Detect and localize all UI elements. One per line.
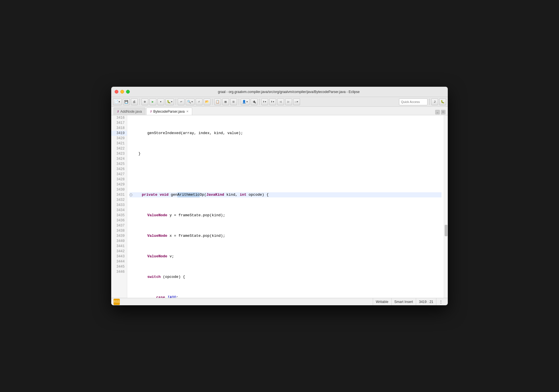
- open-type-button[interactable]: 📂: [204, 98, 210, 105]
- editor: 3416 3417 3418 3419 3420 3421 3422 3423 …: [111, 115, 448, 298]
- ln-3426: 3426: [111, 167, 127, 172]
- scrollbar-thumb[interactable]: [445, 225, 447, 236]
- code-content: genStoreIndexed(array, index, kind, valu…: [127, 115, 444, 298]
- separator-5: [259, 99, 260, 105]
- ln-3444: 3444: [111, 259, 127, 264]
- connect-button[interactable]: 🔌: [251, 98, 258, 105]
- code-line-3416: genStoreIndexed(array, index, kind, valu…: [129, 131, 441, 136]
- fwd-button[interactable]: ⬇▾: [269, 98, 276, 105]
- separator-6: [429, 99, 430, 105]
- ln-3421: 3421: [111, 141, 127, 146]
- console-button[interactable]: ▤: [222, 98, 229, 105]
- separator-4: [239, 99, 239, 105]
- run-button[interactable]: ▶: [149, 98, 156, 105]
- ln-3419: 3419: [111, 131, 127, 136]
- separator-3: [212, 99, 212, 105]
- ln-3436: 3436: [111, 218, 127, 223]
- ln-3440: 3440: [111, 239, 127, 244]
- tab-bytecodeparser-close[interactable]: ✕: [186, 110, 189, 113]
- separator-2: [176, 99, 176, 105]
- vertical-scrollbar[interactable]: [444, 115, 448, 298]
- code-line-3424: case IADD :: [129, 295, 441, 298]
- minimize-button[interactable]: [120, 90, 124, 94]
- status-options[interactable]: ⋮: [436, 298, 445, 305]
- ln-3428: 3428: [111, 177, 127, 182]
- minimize-editor-button[interactable]: _: [435, 110, 440, 114]
- ln-3439: 3439: [111, 233, 127, 239]
- quick-access-input[interactable]: [399, 98, 428, 105]
- status-insert-mode: Smart Insert: [391, 298, 416, 305]
- run-config-button[interactable]: ⚙: [141, 98, 148, 105]
- ln-3417: 3417: [111, 120, 127, 126]
- tab-bytecodeparser-label: BytecodeParser.java: [153, 110, 185, 114]
- nav-fwd2-button[interactable]: →▾: [293, 98, 300, 105]
- status-position: 3419 : 21: [416, 298, 436, 305]
- code-line-3420: ValueNode y = frameState.pop(kind);: [129, 213, 441, 218]
- save-button[interactable]: 💾: [123, 98, 130, 105]
- print-button[interactable]: 🖨: [131, 98, 138, 105]
- tab-addnode-label: AddNode.java: [120, 110, 142, 114]
- tab-bytecodeparser-icon: J: [150, 110, 151, 113]
- code-line-3421: ValueNode x = frameState.pop(kind);: [129, 233, 441, 239]
- ln-3430: 3430: [111, 187, 127, 192]
- ln-3420: 3420: [111, 136, 127, 141]
- ln-3437: 3437: [111, 223, 127, 228]
- traffic-lights: [115, 90, 130, 94]
- perspective-debug-button[interactable]: 🐛: [439, 98, 446, 105]
- toolbar: 📄▾ 💾 🖨 ⚙ ▶ ▾ 🐛▾ ↩ 🔍▾ ⚡ 📂 📋 ▤ ⊡ 👤▾ 🔌 ⬆▾ ⬇…: [111, 97, 448, 107]
- code-area[interactable]: genStoreIndexed(array, index, kind, valu…: [127, 115, 444, 298]
- separator-1: [139, 99, 140, 105]
- ln-3435: 3435: [111, 213, 127, 218]
- back-button[interactable]: ⬆▾: [261, 98, 268, 105]
- nav-back-button[interactable]: ◁: [277, 98, 284, 105]
- code-line-3422: ValueNode v;: [129, 254, 441, 259]
- perspective-java-button[interactable]: J: [431, 98, 438, 105]
- code-line-3417: }: [129, 151, 441, 156]
- run-dropdown-button[interactable]: ▾: [157, 98, 164, 105]
- eclipse-window: graal - org.graalvm.compiler.java/src/or…: [111, 87, 448, 305]
- perspective-button[interactable]: 📋: [214, 98, 221, 105]
- ln-3446: 3446: [111, 269, 127, 274]
- ln-3438: 3438: [111, 228, 127, 233]
- ln-3422: 3422: [111, 146, 127, 151]
- close-button[interactable]: [115, 90, 118, 94]
- nav-fwd-button[interactable]: ▷: [285, 98, 292, 105]
- tab-bytecodeparser[interactable]: J BytecodeParser.java ✕: [146, 108, 192, 115]
- ln-3427: 3427: [111, 172, 127, 177]
- ln-3425: 3425: [111, 161, 127, 167]
- ln-3433: 3433: [111, 203, 127, 208]
- title-bar: graal - org.graalvm.compiler.java/src/or…: [111, 87, 448, 97]
- prev-edit-button[interactable]: ↩: [178, 98, 185, 105]
- ln-3431: 3431: [111, 192, 127, 197]
- debug-button[interactable]: 🐛▾: [165, 98, 174, 105]
- refactor-button[interactable]: ⚡: [196, 98, 202, 105]
- code-line-3423: switch (opcode) {: [129, 274, 441, 280]
- ln-3432: 3432: [111, 197, 127, 203]
- line-numbers: 3416 3417 3418 3419 3420 3421 3422 3423 …: [111, 115, 127, 298]
- code-line-3419: − private void genArithmeticOp( JavaKind…: [129, 192, 441, 197]
- ln-3429: 3429: [111, 182, 127, 187]
- breakpoints-button[interactable]: ⊡: [230, 98, 237, 105]
- tab-bar: J AddNode.java J BytecodeParser.java ✕ _…: [111, 107, 448, 115]
- tab-addnode[interactable]: J AddNode.java: [114, 108, 145, 115]
- ln-3443: 3443: [111, 254, 127, 259]
- ln-3442: 3442: [111, 249, 127, 254]
- new-file-button[interactable]: 📄▾: [113, 98, 122, 105]
- maximize-button[interactable]: [126, 90, 130, 94]
- status-bar: RSS Writable Smart Insert 3419 : 21 ⋮: [111, 298, 448, 305]
- maximize-editor-button[interactable]: □: [441, 110, 445, 114]
- ln-3434: 3434: [111, 208, 127, 213]
- search-button[interactable]: 🔍▾: [186, 98, 195, 105]
- ln-3423: 3423: [111, 151, 127, 156]
- code-line-3418: [129, 172, 441, 177]
- status-writable: Writable: [373, 298, 391, 305]
- ln-3445: 3445: [111, 264, 127, 269]
- tab-controls: _ □: [435, 110, 445, 115]
- ln-3424: 3424: [111, 156, 127, 161]
- user-button[interactable]: 👤▾: [241, 98, 250, 105]
- ln-3418: 3418: [111, 126, 127, 131]
- rss-icon: RSS: [114, 299, 120, 305]
- ln-3416: 3416: [111, 115, 127, 120]
- fold-icon-3419[interactable]: −: [129, 193, 132, 196]
- ln-3441: 3441: [111, 244, 127, 249]
